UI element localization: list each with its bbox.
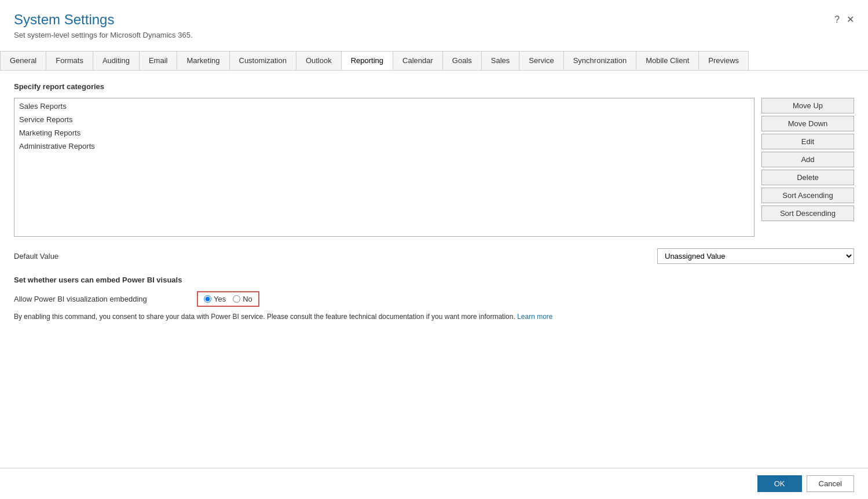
sort-descending-button[interactable]: Sort Descending xyxy=(761,206,854,221)
dialog-title: System Settings xyxy=(14,12,193,28)
tab-formats[interactable]: Formats xyxy=(46,51,93,70)
report-list-item[interactable]: Sales Reports xyxy=(14,100,754,113)
report-buttons: Move UpMove DownEditAddDeleteSort Ascend… xyxy=(761,98,854,221)
ok-button[interactable]: OK xyxy=(757,475,802,492)
report-list-item[interactable]: Service Reports xyxy=(14,113,754,126)
allow-embed-label: Allow Power BI visualization embedding xyxy=(14,295,188,303)
tab-calendar[interactable]: Calendar xyxy=(393,51,443,70)
tab-previews[interactable]: Previews xyxy=(698,51,749,70)
delete-button[interactable]: Delete xyxy=(761,170,854,185)
yes-radio-label: Yes xyxy=(214,295,226,303)
report-list-item[interactable]: Administrative Reports xyxy=(14,140,754,153)
close-icon[interactable]: ✕ xyxy=(847,14,854,25)
no-radio-label: No xyxy=(243,295,252,303)
default-value-label: Default Value xyxy=(14,252,95,260)
report-categories-title: Specify report categories xyxy=(14,82,854,91)
sort-ascending-button[interactable]: Sort Ascending xyxy=(761,188,854,203)
dialog-header: System Settings Set system-level setting… xyxy=(0,0,868,45)
consent-text: By enabling this command, you consent to… xyxy=(14,311,854,322)
tab-email[interactable]: Email xyxy=(139,51,178,70)
report-list-item[interactable]: Marketing Reports xyxy=(14,126,754,140)
tab-general[interactable]: General xyxy=(0,51,46,70)
tab-synchronization[interactable]: Synchronization xyxy=(563,51,637,70)
powerbi-section-title: Set whether users can embed Power BI vis… xyxy=(14,276,854,284)
help-icon[interactable]: ? xyxy=(834,14,840,25)
no-radio-input[interactable] xyxy=(233,295,240,303)
cancel-button[interactable]: Cancel xyxy=(807,475,854,492)
dialog-content: Specify report categories Sales ReportsS… xyxy=(0,71,868,468)
report-categories-section: Specify report categories Sales ReportsS… xyxy=(14,82,854,237)
consent-text-content: By enabling this command, you consent to… xyxy=(14,313,515,321)
learn-more-link[interactable]: Learn more xyxy=(517,313,552,321)
tab-service[interactable]: Service xyxy=(519,51,563,70)
tab-reporting[interactable]: Reporting xyxy=(341,51,393,70)
report-list-box[interactable]: Sales ReportsService ReportsMarketing Re… xyxy=(14,98,755,237)
tab-marketing[interactable]: Marketing xyxy=(177,51,229,70)
tab-customization[interactable]: Customization xyxy=(229,51,296,70)
tab-auditing[interactable]: Auditing xyxy=(93,51,140,70)
no-radio-option[interactable]: No xyxy=(233,295,252,303)
dialog-controls: ? ✕ xyxy=(834,12,854,25)
default-value-select[interactable]: Unassigned ValueSales ReportsService Rep… xyxy=(657,248,854,264)
edit-button[interactable]: Edit xyxy=(761,134,854,149)
yes-radio-option[interactable]: Yes xyxy=(204,295,226,303)
dialog-footer: OK Cancel xyxy=(0,468,868,499)
allow-embed-row: Allow Power BI visualization embedding Y… xyxy=(14,291,854,307)
tab-outlook[interactable]: Outlook xyxy=(296,51,342,70)
move-down-button[interactable]: Move Down xyxy=(761,116,854,131)
yes-radio-input[interactable] xyxy=(204,295,211,303)
tab-sales[interactable]: Sales xyxy=(481,51,520,70)
powerbi-radio-group: Yes No xyxy=(197,291,259,307)
tabs-bar: GeneralFormatsAuditingEmailMarketingCust… xyxy=(0,51,868,71)
powerbi-section: Set whether users can embed Power BI vis… xyxy=(14,276,854,322)
tab-mobile-client[interactable]: Mobile Client xyxy=(636,51,699,70)
default-value-row: Default Value Unassigned ValueSales Repo… xyxy=(14,248,854,264)
report-categories-layout: Sales ReportsService ReportsMarketing Re… xyxy=(14,98,854,237)
move-up-button[interactable]: Move Up xyxy=(761,98,854,113)
tab-goals[interactable]: Goals xyxy=(442,51,482,70)
add-button[interactable]: Add xyxy=(761,152,854,167)
dialog-subtitle: Set system-level settings for Microsoft … xyxy=(14,31,193,39)
